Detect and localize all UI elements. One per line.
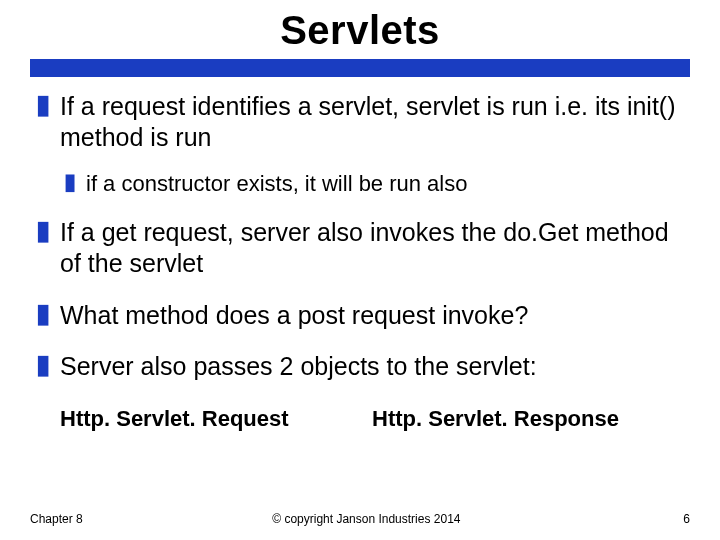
sub-bullet-item-1a: ▮ if a constructor exists, it will be ru…: [64, 170, 684, 198]
bullet-text-1: If a request identifies a servlet, servl…: [60, 91, 684, 154]
bullet-marker-icon: ▮: [64, 170, 76, 193]
bullet-marker-icon: ▮: [36, 351, 50, 378]
footer-copyright: © copyright Janson Industries 2014: [83, 512, 650, 526]
bullet-text-4: Server also passes 2 objects to the serv…: [60, 351, 537, 382]
bullet-item-2: ▮ If a get request, server also invokes …: [36, 217, 684, 280]
slide-container: Servlets ▮ If a request identifies a ser…: [0, 0, 720, 540]
footer-chapter: Chapter 8: [30, 512, 83, 526]
title-underline-bar: [30, 59, 690, 77]
footer: Chapter 8 © copyright Janson Industries …: [0, 512, 720, 526]
bullet-item-3: ▮ What method does a post request invoke…: [36, 300, 684, 331]
slide-title: Servlets: [0, 0, 720, 59]
bullet-item-4: ▮ Server also passes 2 objects to the se…: [36, 351, 684, 382]
bullet-marker-icon: ▮: [36, 91, 50, 118]
object-response-label: Http. Servlet. Response: [372, 406, 684, 432]
bullet-marker-icon: ▮: [36, 300, 50, 327]
object-request-label: Http. Servlet. Request: [60, 406, 372, 432]
bullet-item-1: ▮ If a request identifies a servlet, ser…: [36, 91, 684, 154]
footer-page-number: 6: [650, 512, 690, 526]
content-area: ▮ If a request identifies a servlet, ser…: [0, 91, 720, 382]
sub-bullet-text-1a: if a constructor exists, it will be run …: [86, 170, 467, 198]
bullet-marker-icon: ▮: [36, 217, 50, 244]
bullet-text-2: If a get request, server also invokes th…: [60, 217, 684, 280]
bullet-text-3: What method does a post request invoke?: [60, 300, 528, 331]
objects-row: Http. Servlet. Request Http. Servlet. Re…: [0, 402, 720, 432]
